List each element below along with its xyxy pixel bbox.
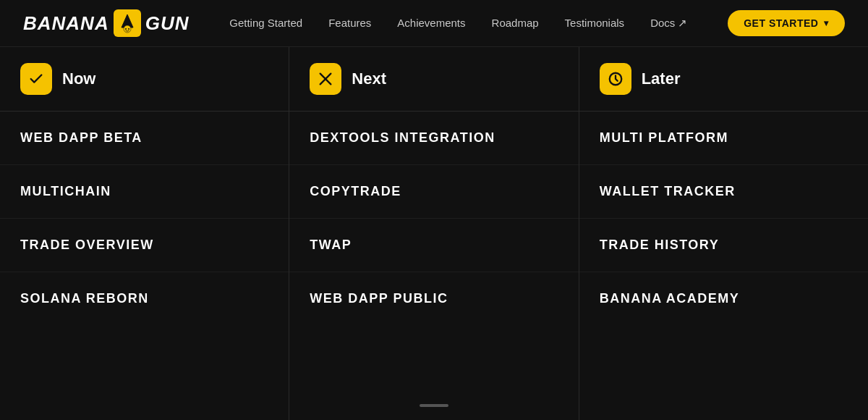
check-icon — [20, 63, 52, 95]
scroll-bar — [420, 404, 448, 407]
cross-tools-icon — [310, 63, 341, 95]
clock-icon — [600, 63, 631, 95]
cta-label: GET STARTED — [744, 17, 818, 29]
list-item: TRADE OVERVIEW — [0, 219, 289, 272]
column-now-title: Now — [62, 70, 95, 88]
main-content: Now WEB DAPP BETA MULTICHAIN TRADE OVERV… — [0, 47, 868, 420]
list-item: WALLET TRACKER — [579, 165, 868, 219]
list-item: MULTI PLATFORM — [579, 112, 868, 165]
navbar: BANANA GUN Getting Started Features Achi… — [0, 0, 868, 47]
column-later-title: Later — [642, 70, 681, 88]
nav-link-testimonials[interactable]: Testimonials — [565, 17, 625, 29]
list-item: WEB DAPP PUBLIC — [289, 272, 578, 325]
column-later: Later MULTI PLATFORM WALLET TRACKER TRAD… — [579, 47, 868, 420]
nav-link-docs[interactable]: Docs ↗ — [650, 17, 687, 30]
list-item: DEXTOOLS INTEGRATION — [289, 112, 578, 165]
nav-link-features[interactable]: Features — [328, 17, 371, 29]
list-item: TWAP — [289, 219, 578, 272]
list-item: BANANA ACADEMY — [579, 272, 868, 325]
scroll-indicator — [420, 398, 448, 413]
nav-link-achievements[interactable]: Achievements — [397, 17, 465, 29]
chevron-down-icon: ▾ — [824, 18, 829, 28]
svg-point-3 — [128, 28, 129, 30]
list-item: COPYTRADE — [289, 165, 578, 219]
nav-links: Getting Started Features Achievements Ro… — [229, 17, 687, 30]
column-next-header: Next — [289, 47, 578, 112]
column-next: Next DEXTOOLS INTEGRATION COPYTRADE TWAP… — [289, 47, 579, 420]
list-item: WEB DAPP BETA — [0, 112, 289, 165]
list-item: MULTICHAIN — [0, 165, 289, 219]
nav-link-getting-started[interactable]: Getting Started — [229, 17, 302, 29]
list-item: TRADE HISTORY — [579, 219, 868, 272]
column-now: Now WEB DAPP BETA MULTICHAIN TRADE OVERV… — [0, 47, 289, 420]
column-now-header: Now — [0, 47, 289, 112]
get-started-button[interactable]: GET STARTED ▾ — [728, 10, 845, 36]
svg-point-2 — [125, 28, 127, 30]
column-next-title: Next — [352, 70, 386, 88]
list-item: SOLANA REBORN — [0, 272, 289, 325]
columns-container: Now WEB DAPP BETA MULTICHAIN TRADE OVERV… — [0, 47, 868, 420]
logo: BANANA GUN — [23, 9, 189, 37]
nav-link-roadmap[interactable]: Roadmap — [492, 17, 539, 29]
column-later-header: Later — [579, 47, 868, 112]
logo-text-part1: BANANA — [23, 12, 109, 35]
logo-text-part2: GUN — [145, 12, 190, 35]
logo-icon — [114, 9, 141, 37]
